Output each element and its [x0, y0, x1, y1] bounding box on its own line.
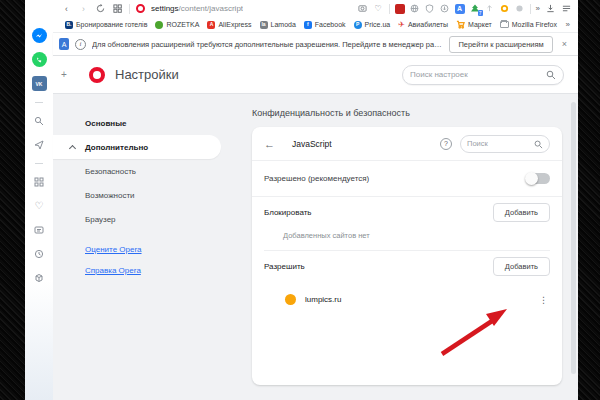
bookmark-item[interactable]: B.Бронирование готелів [65, 21, 147, 29]
whatsapp-icon[interactable] [32, 52, 47, 67]
allow-section: Разрешить Добавить lumpics.ru ⋮ [252, 251, 562, 305]
opera-help-link[interactable]: Справка Opera [85, 266, 250, 275]
extension-gray-dot-icon[interactable] [515, 4, 525, 14]
card-search-input[interactable] [467, 139, 534, 148]
bookmark-label: Авиабилеты [408, 21, 448, 28]
settings-main: Конфиденциальность и безопасность ← Java… [250, 94, 578, 400]
extension-up-arrow-icon[interactable] [485, 4, 495, 14]
back-arrow-icon[interactable]: ← [264, 138, 275, 150]
bookmark-item[interactable]: fFacebook [304, 21, 346, 29]
extension-shield-icon[interactable] [425, 4, 435, 14]
nav-item-advanced[interactable]: Дополнительно [53, 135, 221, 159]
extensions-icon[interactable] [32, 270, 47, 285]
facebook-favicon: f [304, 21, 312, 29]
bookmark-label: Price.ua [365, 21, 391, 28]
snapshot-icon[interactable] [357, 3, 368, 14]
extension-orange-ring-icon[interactable] [500, 4, 510, 14]
bookmark-item[interactable]: PPrice.ua [354, 21, 391, 29]
bookmarks-bar: B.Бронирование готелів ROZETKA AAliExpre… [53, 17, 578, 32]
block-section: Блокировать Добавить Добавленных сайтов … [252, 197, 562, 251]
bookmark-item[interactable]: ✈Авиабилеты [398, 20, 448, 29]
desktop-background: VK ♡ [0, 0, 600, 400]
bookmark-label: Lamoda [271, 21, 296, 28]
card-search-box[interactable] [460, 135, 550, 153]
card-header: ← JavaScript ? [252, 127, 562, 161]
bookmark-label: Бронирование готелів [76, 21, 147, 28]
aliexpress-favicon: A [207, 21, 215, 29]
lamoda-favicon: la [260, 21, 268, 29]
notification-close-icon[interactable]: × [559, 39, 570, 49]
address-url[interactable]: settings/content/javascript [151, 4, 243, 13]
sidebar-divider [35, 102, 43, 103]
settings-search-box[interactable] [402, 65, 564, 85]
history-icon[interactable] [32, 246, 47, 261]
bookmark-item[interactable]: Маркет [456, 20, 492, 30]
folder-icon [500, 21, 509, 28]
go-to-extensions-button[interactable]: Перейти к расширениям [449, 36, 552, 53]
bookmark-label: Маркет [468, 21, 492, 28]
browser-main-column: ‹ › settings/content/javascript ♡ [53, 0, 578, 400]
bookmark-item[interactable]: Mozilla Firefox [500, 21, 557, 28]
page-scrollbar[interactable] [571, 102, 576, 374]
extension-download-arrow-icon[interactable] [440, 4, 450, 14]
extension-globe-icon[interactable] [410, 4, 420, 14]
bookmark-item[interactable]: ROZETKA [155, 21, 199, 29]
allow-add-button[interactable]: Добавить [493, 257, 550, 276]
block-empty-text: Добавленных сайтов нет [283, 231, 550, 240]
extension-badge: 7 [478, 10, 483, 16]
allow-label: Разрешить [264, 262, 305, 271]
bookmark-label: Mozilla Firefox [512, 21, 557, 28]
allowed-site-row: lumpics.ru ⋮ [264, 294, 550, 305]
messenger-icon[interactable] [32, 28, 47, 43]
rate-opera-link[interactable]: Оцените Opera [85, 245, 250, 254]
extensions-overflow-chevron[interactable]: » [536, 4, 540, 13]
opera-site-badge [136, 4, 145, 13]
nav-item-basic[interactable]: Основные [53, 111, 250, 135]
bookmark-label: ROZETKA [166, 21, 199, 28]
url-path: /content/javascript [179, 4, 243, 13]
site-more-icon[interactable]: ⋮ [539, 295, 548, 305]
nav-item-features[interactable]: Возможности [53, 183, 250, 207]
settings-content: Основные Дополнительно Безопасность Возм… [53, 94, 578, 400]
opera-sidebar: VK ♡ [25, 0, 53, 400]
my-flow-icon[interactable] [32, 137, 47, 152]
bookmark-heart-icon[interactable]: ♡ [373, 3, 384, 14]
extension-red-icon[interactable] [395, 4, 405, 14]
personal-news-icon[interactable] [32, 222, 47, 237]
price-ua-favicon: P [354, 21, 362, 29]
reload-button[interactable] [95, 3, 106, 14]
search-icon [546, 66, 556, 84]
info-icon: i [75, 39, 86, 50]
rds-extension-icon[interactable]: 7 [470, 4, 480, 14]
settings-header: + Настройки [53, 56, 578, 94]
address-toolbar: ‹ › settings/content/javascript ♡ [53, 0, 578, 17]
bookmark-label: AliExpress [218, 21, 251, 28]
sidebar-search-icon[interactable] [32, 113, 47, 128]
card-header-right: ? [440, 135, 550, 153]
forward-button[interactable]: › [78, 3, 89, 14]
speed-dial-icon[interactable] [32, 174, 47, 189]
notification-extension-icon: A [59, 38, 69, 50]
sidebar-add-icon[interactable]: + [53, 69, 75, 80]
block-label: Блокировать [264, 208, 312, 217]
easy-setup-tiles-icon[interactable] [112, 3, 123, 14]
vk-icon[interactable]: VK [32, 76, 47, 91]
bookmarks-overflow-chevron[interactable]: » [566, 20, 570, 29]
site-favicon [285, 294, 296, 305]
help-icon[interactable]: ? [440, 138, 452, 150]
javascript-toggle[interactable] [526, 173, 550, 184]
bookmark-item[interactable]: AAliExpress [207, 21, 251, 29]
toolbar-right-group: ♡ A 7 [357, 3, 572, 14]
settings-search-input[interactable] [410, 70, 546, 79]
page-title: Конфиденциальность и безопасность [252, 108, 578, 118]
nav-item-label: Дополнительно [85, 143, 148, 152]
nav-item-browser[interactable]: Браузер [53, 207, 250, 231]
downloads-icon[interactable] [545, 3, 556, 14]
block-add-button[interactable]: Добавить [493, 203, 550, 222]
bookmarks-heart-icon[interactable]: ♡ [32, 198, 47, 213]
back-button[interactable]: ‹ [61, 3, 72, 14]
sidebar-setup-icon[interactable] [561, 3, 572, 14]
nav-item-security[interactable]: Безопасность [53, 159, 250, 183]
translate-extension-icon[interactable]: A [455, 4, 465, 14]
bookmark-item[interactable]: laLamoda [260, 21, 296, 29]
